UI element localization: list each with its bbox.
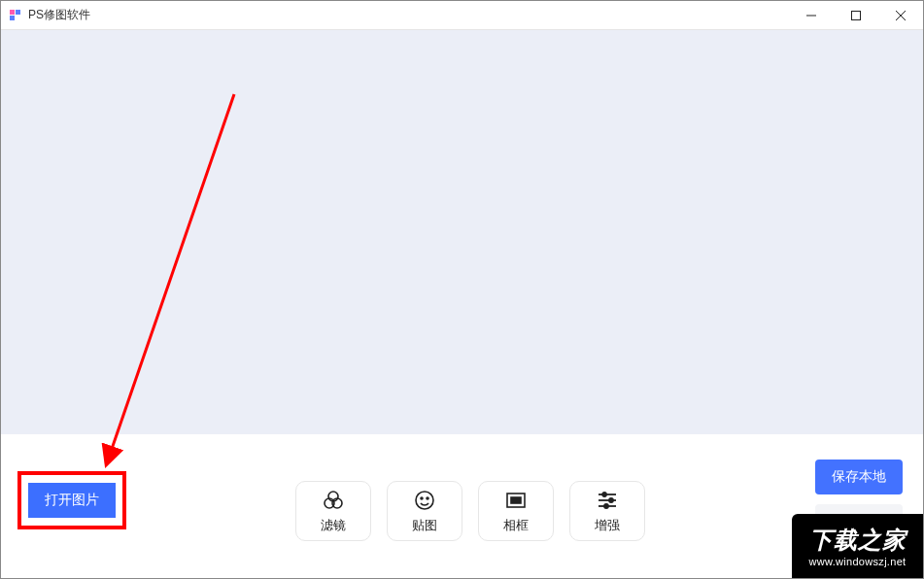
- enhance-icon: [596, 489, 619, 512]
- svg-point-18: [602, 493, 606, 496]
- svg-rect-0: [10, 10, 15, 15]
- sticker-label: 贴图: [412, 517, 437, 534]
- frame-label: 相框: [503, 517, 529, 534]
- minimize-button[interactable]: [789, 1, 834, 30]
- svg-rect-2: [10, 16, 15, 20]
- watermark-url: www.windowszj.net: [809, 556, 907, 567]
- app-logo-icon: [9, 9, 22, 22]
- sticker-icon: [413, 489, 436, 512]
- filter-label: 滤镜: [321, 517, 346, 534]
- svg-point-14: [427, 497, 428, 499]
- frame-icon: [504, 489, 528, 512]
- sticker-tool-button[interactable]: 贴图: [387, 481, 462, 541]
- svg-point-13: [421, 497, 423, 499]
- enhance-tool-button[interactable]: 增强: [569, 481, 645, 541]
- close-button[interactable]: [878, 1, 923, 30]
- svg-rect-4: [852, 11, 861, 19]
- svg-rect-1: [16, 10, 20, 15]
- titlebar: PS修图软件: [1, 1, 923, 30]
- frame-tool-button[interactable]: 相框: [478, 481, 554, 541]
- svg-rect-16: [511, 497, 521, 503]
- watermark: 下载之家 www.windowszj.net: [792, 514, 923, 578]
- tool-group: 滤镜 贴图 相框: [295, 481, 645, 541]
- svg-point-12: [416, 492, 433, 509]
- canvas-area: [1, 30, 923, 434]
- filter-icon: [322, 489, 345, 512]
- maximize-button[interactable]: [834, 1, 878, 30]
- open-image-button[interactable]: 打开图片: [28, 483, 116, 518]
- filter-tool-button[interactable]: 滤镜: [295, 481, 371, 541]
- window-controls: [789, 1, 923, 30]
- svg-point-20: [609, 498, 613, 502]
- save-local-button[interactable]: 保存本地: [815, 460, 903, 494]
- app-title: PS修图软件: [28, 7, 90, 23]
- toolbar-area: 打开图片 滤镜 贴图 相框: [1, 434, 923, 578]
- svg-point-22: [604, 504, 608, 508]
- titlebar-left: PS修图软件: [9, 7, 90, 23]
- watermark-text: 下载之家: [809, 525, 907, 556]
- enhance-label: 增强: [595, 517, 620, 534]
